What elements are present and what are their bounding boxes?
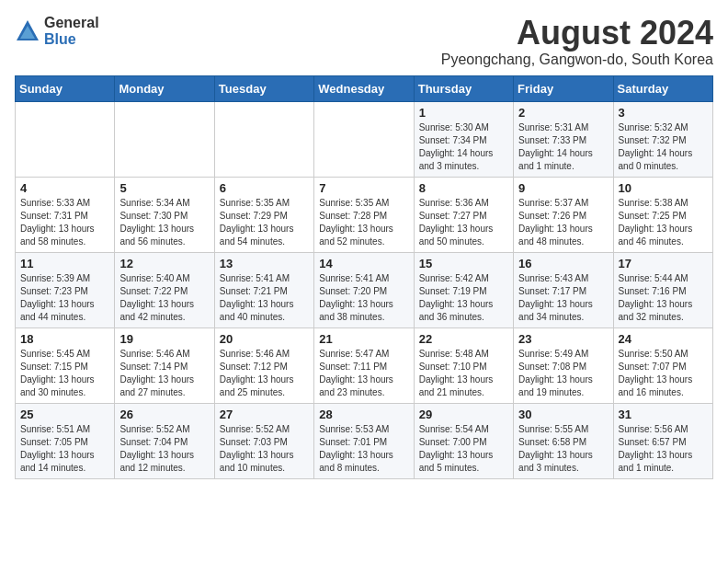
day-info: Sunrise: 5:44 AMSunset: 7:16 PMDaylight:… <box>619 272 708 324</box>
calendar-cell: 22Sunrise: 5:48 AMSunset: 7:10 PMDayligh… <box>414 327 513 403</box>
calendar-cell: 21Sunrise: 5:47 AMSunset: 7:11 PMDayligh… <box>314 327 414 403</box>
calendar-cell: 6Sunrise: 5:35 AMSunset: 7:29 PMDaylight… <box>214 177 313 252</box>
calendar-cell <box>214 101 313 177</box>
calendar-cell: 20Sunrise: 5:46 AMSunset: 7:12 PMDayligh… <box>214 327 313 403</box>
day-number: 2 <box>518 106 608 120</box>
day-number: 8 <box>419 181 508 195</box>
weekday-header-sunday: Sunday <box>16 75 115 101</box>
day-number: 10 <box>619 181 708 195</box>
day-info: Sunrise: 5:32 AMSunset: 7:32 PMDaylight:… <box>619 121 708 173</box>
calendar-cell: 3Sunrise: 5:32 AMSunset: 7:32 PMDaylight… <box>613 101 712 177</box>
calendar-cell: 15Sunrise: 5:42 AMSunset: 7:19 PMDayligh… <box>414 252 513 327</box>
weekday-header-tuesday: Tuesday <box>214 75 313 101</box>
calendar-cell: 18Sunrise: 5:45 AMSunset: 7:15 PMDayligh… <box>16 327 115 403</box>
day-info: Sunrise: 5:52 AMSunset: 7:03 PMDaylight:… <box>220 423 309 475</box>
day-number: 3 <box>619 106 708 120</box>
day-info: Sunrise: 5:38 AMSunset: 7:25 PMDaylight:… <box>619 197 708 248</box>
day-number: 27 <box>220 408 309 421</box>
day-info: Sunrise: 5:52 AMSunset: 7:04 PMDaylight:… <box>119 423 209 475</box>
day-info: Sunrise: 5:31 AMSunset: 7:33 PMDaylight:… <box>518 121 608 173</box>
weekday-header-wednesday: Wednesday <box>314 75 414 101</box>
day-number: 23 <box>518 332 608 346</box>
calendar-cell: 2Sunrise: 5:31 AMSunset: 7:33 PMDaylight… <box>514 101 613 177</box>
logo: General Blue <box>15 15 99 47</box>
day-number: 25 <box>20 408 109 421</box>
weekday-header-saturday: Saturday <box>613 75 712 101</box>
logo-general-text: General <box>44 15 99 31</box>
calendar-cell: 14Sunrise: 5:41 AMSunset: 7:20 PMDayligh… <box>314 252 414 327</box>
calendar-cell <box>314 101 414 177</box>
calendar-cell <box>16 101 115 177</box>
calendar-cell: 9Sunrise: 5:37 AMSunset: 7:26 PMDaylight… <box>514 177 613 252</box>
title-area: August 2024 Pyeongchang, Gangwon-do, Sou… <box>441 15 713 68</box>
calendar: SundayMondayTuesdayWednesdayThursdayFrid… <box>15 75 713 479</box>
day-info: Sunrise: 5:49 AMSunset: 7:08 PMDaylight:… <box>518 348 608 399</box>
day-info: Sunrise: 5:42 AMSunset: 7:19 PMDaylight:… <box>419 272 508 324</box>
calendar-cell: 23Sunrise: 5:49 AMSunset: 7:08 PMDayligh… <box>514 327 613 403</box>
day-info: Sunrise: 5:48 AMSunset: 7:10 PMDaylight:… <box>419 348 508 399</box>
day-info: Sunrise: 5:41 AMSunset: 7:20 PMDaylight:… <box>319 272 408 324</box>
day-number: 24 <box>619 332 708 346</box>
day-number: 29 <box>419 408 508 421</box>
day-info: Sunrise: 5:33 AMSunset: 7:31 PMDaylight:… <box>20 197 109 248</box>
calendar-cell: 10Sunrise: 5:38 AMSunset: 7:25 PMDayligh… <box>613 177 712 252</box>
day-number: 4 <box>20 181 109 195</box>
day-info: Sunrise: 5:47 AMSunset: 7:11 PMDaylight:… <box>319 348 408 399</box>
day-number: 14 <box>319 257 408 270</box>
week-row-4: 18Sunrise: 5:45 AMSunset: 7:15 PMDayligh… <box>16 327 713 403</box>
logo-text: General Blue <box>44 15 99 47</box>
calendar-cell: 16Sunrise: 5:43 AMSunset: 7:17 PMDayligh… <box>514 252 613 327</box>
calendar-cell: 5Sunrise: 5:34 AMSunset: 7:30 PMDaylight… <box>115 177 214 252</box>
day-info: Sunrise: 5:34 AMSunset: 7:30 PMDaylight:… <box>119 197 209 248</box>
day-info: Sunrise: 5:46 AMSunset: 7:12 PMDaylight:… <box>220 348 309 399</box>
week-row-3: 11Sunrise: 5:39 AMSunset: 7:23 PMDayligh… <box>16 252 713 327</box>
calendar-cell: 4Sunrise: 5:33 AMSunset: 7:31 PMDaylight… <box>16 177 115 252</box>
calendar-cell: 26Sunrise: 5:52 AMSunset: 7:04 PMDayligh… <box>115 403 214 478</box>
weekday-header-monday: Monday <box>115 75 214 101</box>
day-info: Sunrise: 5:45 AMSunset: 7:15 PMDaylight:… <box>20 348 109 399</box>
day-number: 13 <box>220 257 309 270</box>
weekday-header-thursday: Thursday <box>414 75 513 101</box>
day-number: 30 <box>518 408 608 421</box>
calendar-cell: 17Sunrise: 5:44 AMSunset: 7:16 PMDayligh… <box>613 252 712 327</box>
week-row-1: 1Sunrise: 5:30 AMSunset: 7:34 PMDaylight… <box>16 101 713 177</box>
calendar-cell: 11Sunrise: 5:39 AMSunset: 7:23 PMDayligh… <box>16 252 115 327</box>
calendar-cell <box>115 101 214 177</box>
week-row-5: 25Sunrise: 5:51 AMSunset: 7:05 PMDayligh… <box>16 403 713 478</box>
day-info: Sunrise: 5:54 AMSunset: 7:00 PMDaylight:… <box>419 423 508 475</box>
day-info: Sunrise: 5:39 AMSunset: 7:23 PMDaylight:… <box>20 272 109 324</box>
day-info: Sunrise: 5:41 AMSunset: 7:21 PMDaylight:… <box>220 272 309 324</box>
day-number: 12 <box>119 257 209 270</box>
day-number: 18 <box>20 332 109 346</box>
logo-blue-text: Blue <box>44 31 99 48</box>
day-number: 20 <box>220 332 309 346</box>
day-number: 1 <box>419 106 508 120</box>
calendar-cell: 24Sunrise: 5:50 AMSunset: 7:07 PMDayligh… <box>613 327 712 403</box>
day-number: 31 <box>619 408 708 421</box>
weekday-header-friday: Friday <box>514 75 613 101</box>
day-number: 28 <box>319 408 408 421</box>
calendar-cell: 19Sunrise: 5:46 AMSunset: 7:14 PMDayligh… <box>115 327 214 403</box>
header: General Blue August 2024 Pyeongchang, Ga… <box>15 15 713 68</box>
day-number: 16 <box>518 257 608 270</box>
day-number: 11 <box>20 257 109 270</box>
day-number: 21 <box>319 332 408 346</box>
day-number: 15 <box>419 257 508 270</box>
day-number: 19 <box>119 332 209 346</box>
day-info: Sunrise: 5:36 AMSunset: 7:27 PMDaylight:… <box>419 197 508 248</box>
logo-icon <box>15 18 40 44</box>
calendar-cell: 7Sunrise: 5:35 AMSunset: 7:28 PMDaylight… <box>314 177 414 252</box>
main-title: August 2024 <box>441 15 713 52</box>
day-info: Sunrise: 5:50 AMSunset: 7:07 PMDaylight:… <box>619 348 708 399</box>
day-info: Sunrise: 5:35 AMSunset: 7:28 PMDaylight:… <box>319 197 408 248</box>
calendar-cell: 8Sunrise: 5:36 AMSunset: 7:27 PMDaylight… <box>414 177 513 252</box>
day-info: Sunrise: 5:43 AMSunset: 7:17 PMDaylight:… <box>518 272 608 324</box>
subtitle: Pyeongchang, Gangwon-do, South Korea <box>441 52 713 68</box>
day-number: 5 <box>119 181 209 195</box>
calendar-cell: 1Sunrise: 5:30 AMSunset: 7:34 PMDaylight… <box>414 101 513 177</box>
calendar-cell: 30Sunrise: 5:55 AMSunset: 6:58 PMDayligh… <box>514 403 613 478</box>
day-info: Sunrise: 5:35 AMSunset: 7:29 PMDaylight:… <box>220 197 309 248</box>
day-info: Sunrise: 5:40 AMSunset: 7:22 PMDaylight:… <box>119 272 209 324</box>
calendar-cell: 29Sunrise: 5:54 AMSunset: 7:00 PMDayligh… <box>414 403 513 478</box>
calendar-cell: 25Sunrise: 5:51 AMSunset: 7:05 PMDayligh… <box>16 403 115 478</box>
